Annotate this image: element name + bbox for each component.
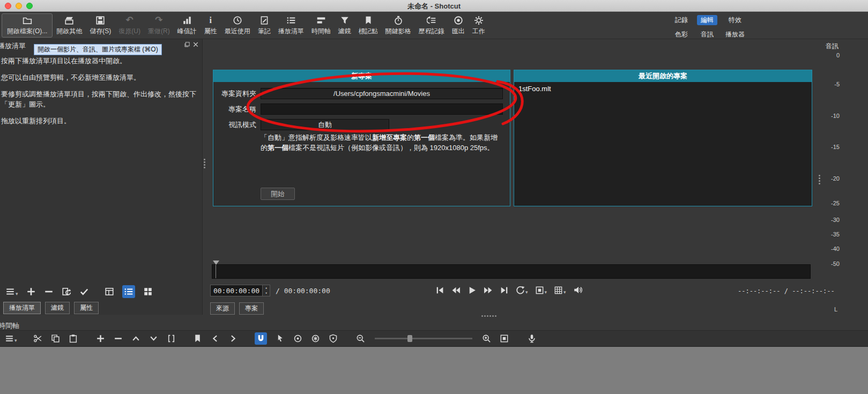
export-icon	[454, 15, 463, 26]
next-marker-button[interactable]	[228, 334, 238, 343]
timeline-marker-button[interactable]	[193, 334, 202, 343]
overwrite-button[interactable]	[149, 334, 158, 343]
timeline-zoom-out-button[interactable]	[356, 334, 365, 343]
paste-button[interactable]	[69, 334, 78, 343]
left-splitter-handle[interactable]	[204, 159, 205, 160]
project-folder-input[interactable]	[261, 88, 503, 99]
notes-button[interactable]: 筆記	[254, 14, 275, 37]
jobs-button[interactable]: 工作	[469, 14, 489, 37]
timeline-zoom-slider[interactable]	[375, 338, 472, 339]
grid-button[interactable]: ▾	[554, 286, 566, 295]
ripple-toggle[interactable]	[293, 334, 302, 343]
export-button[interactable]: 匯出	[448, 14, 469, 37]
list-view-button[interactable]	[122, 285, 135, 298]
meter-scale-10: -10	[819, 113, 840, 119]
spinner-down-icon[interactable]: ▾	[263, 291, 270, 296]
history-icon	[427, 15, 436, 26]
zoom-slider-thumb[interactable]	[407, 335, 412, 342]
history-button[interactable]: 歷程記錄	[415, 14, 448, 37]
snap-toggle[interactable]	[255, 332, 267, 345]
ripple-markers-toggle[interactable]	[329, 334, 338, 343]
video-mode-row: 視訊模式 自動	[213, 119, 389, 130]
playlist-menu-button[interactable]: ▾	[5, 287, 18, 296]
new-project-title: 新專案	[213, 70, 510, 82]
splitter-handle-icon[interactable]	[481, 315, 483, 317]
ripple-delete-button[interactable]	[114, 334, 123, 343]
tab-source[interactable]: 來源	[210, 302, 235, 315]
detail-view-button[interactable]	[105, 287, 114, 296]
tab-filters[interactable]: 濾鏡	[45, 302, 70, 314]
meter-scale-0: 0	[819, 52, 840, 58]
append-button[interactable]	[26, 287, 36, 296]
scrub-toggle[interactable]	[276, 334, 285, 343]
layout-audio-button[interactable]: 音訊	[697, 29, 717, 40]
fast-forward-button[interactable]	[484, 286, 493, 295]
player-zoom-fit-button[interactable]: ▾	[535, 286, 547, 295]
skip-end-button[interactable]	[500, 286, 509, 295]
skip-start-button[interactable]	[435, 286, 444, 295]
timeline-menu-button[interactable]: ▾	[5, 334, 17, 343]
copy-button[interactable]	[51, 334, 60, 343]
open-file-button[interactable]: 開啟檔案(O)...	[2, 13, 53, 38]
split-button[interactable]	[167, 334, 176, 343]
redo-button[interactable]: ↷ 重做(R)	[144, 14, 174, 37]
keyframes-button[interactable]: 關鍵影格	[382, 14, 415, 37]
redo-label: 重做(R)	[148, 27, 170, 36]
loop-button[interactable]: ▾	[516, 286, 528, 295]
save-button[interactable]: 儲存(S)	[86, 14, 115, 37]
recent-button[interactable]: 最近使用	[221, 14, 254, 37]
recent-project-item[interactable]: 1stFoo.mlt	[518, 85, 807, 93]
start-button[interactable]: 開始	[261, 188, 295, 200]
peak-meter-button[interactable]: 峰值計	[174, 14, 201, 37]
open-file-label: 開啟檔案(O)...	[7, 27, 47, 36]
ripple-all-tracks-toggle[interactable]	[311, 334, 320, 343]
record-audio-button[interactable]	[527, 334, 537, 344]
tab-properties[interactable]: 屬性	[74, 302, 99, 314]
open-file-icon	[23, 15, 32, 26]
seek-bar[interactable]	[212, 264, 811, 279]
playlist-button[interactable]: 播放清單	[275, 14, 308, 37]
lift-button[interactable]	[131, 334, 140, 343]
jobs-icon	[474, 15, 484, 26]
prev-marker-button[interactable]	[211, 334, 220, 343]
position-timecode-input[interactable]: 00:00:00:00 ▴ ▾	[210, 285, 270, 296]
timeline-append-button[interactable]	[96, 334, 105, 343]
layout-fx-button[interactable]: 特效	[725, 15, 745, 25]
timeline-label: 時間軸	[311, 27, 331, 36]
timeline-button[interactable]: 時間軸	[308, 14, 335, 37]
remove-button[interactable]	[44, 287, 54, 296]
hint-line-1: 按兩下播放清單項目以在播放器中開啟。	[1, 56, 198, 66]
timeline-panel-title: 時間軸	[0, 321, 19, 331]
new-project-panel: 新專案 專案資料夾 專案名稱 視訊模式 自動 「自動」意指解析度及影格速率皆以新…	[213, 70, 510, 206]
float-panel-icon[interactable]	[184, 41, 190, 48]
tab-playlist[interactable]: 播放清單	[3, 302, 41, 314]
volume-button[interactable]	[573, 285, 583, 295]
markers-button[interactable]: 標記點	[355, 14, 382, 37]
layout-color-button[interactable]: 色彩	[671, 29, 692, 40]
timeline-zoom-in-button[interactable]	[482, 334, 491, 343]
update-button[interactable]	[62, 287, 71, 296]
open-other-label: 開啟其他	[56, 27, 82, 36]
spinner-up-icon[interactable]: ▴	[263, 285, 270, 291]
properties-button[interactable]: i 屬性	[201, 14, 221, 37]
cut-button[interactable]	[33, 334, 42, 343]
project-name-input[interactable]	[261, 103, 503, 115]
tab-project[interactable]: 專案	[239, 302, 264, 315]
video-mode-select[interactable]: 自動	[261, 119, 389, 130]
rewind-button[interactable]	[451, 286, 461, 295]
titlebar: 未命名 - Shotcut	[0, 0, 868, 12]
description-segment: 第一個	[268, 144, 288, 152]
timeline-zoom-fit-button[interactable]	[500, 334, 509, 343]
recent-projects-list: 1stFoo.mlt	[514, 82, 812, 95]
close-panel-icon[interactable]	[192, 41, 199, 48]
icon-view-button[interactable]	[143, 287, 153, 296]
play-button[interactable]	[468, 286, 477, 295]
undo-button[interactable]: ↶ 復原(U)	[115, 14, 144, 37]
layout-logging-button[interactable]: 記錄	[671, 15, 692, 25]
filters-button[interactable]: 濾鏡	[335, 14, 355, 37]
layout-editing-button[interactable]: 編輯	[697, 15, 717, 25]
open-other-button[interactable]: 開啟其他	[53, 14, 86, 37]
select-button[interactable]	[79, 287, 89, 296]
layout-player-button[interactable]: 播放器	[722, 29, 748, 40]
playhead-icon[interactable]	[213, 261, 219, 265]
